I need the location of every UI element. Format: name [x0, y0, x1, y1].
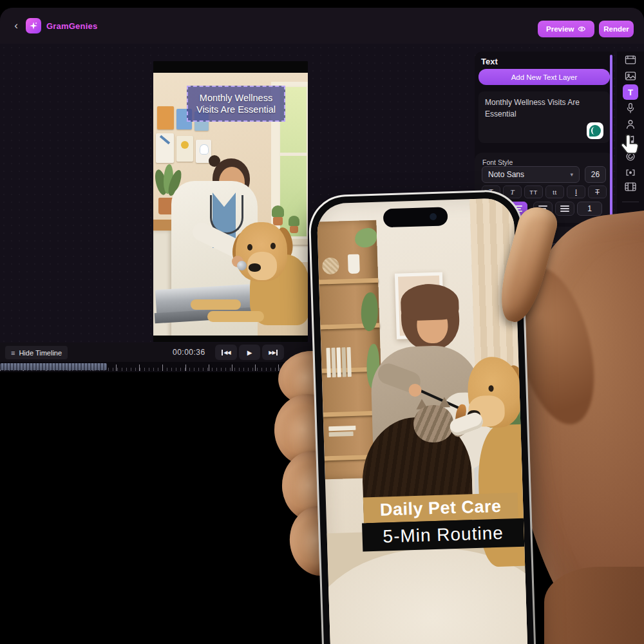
dynamic-island	[383, 207, 448, 227]
avatar-icon[interactable]	[624, 118, 637, 131]
eye-icon	[578, 24, 586, 33]
app-logo-icon	[26, 18, 41, 33]
windowsill-pot	[290, 226, 298, 233]
skip-back-icon: ◀◀	[222, 350, 230, 355]
microphone-icon[interactable]	[624, 102, 637, 115]
render-button[interactable]: Render	[599, 21, 634, 37]
wall-poster-syringe	[156, 133, 174, 163]
chevron-down-icon: ▾	[570, 171, 573, 178]
align-justify-button[interactable]	[555, 202, 574, 216]
timeline-clip[interactable]	[0, 363, 107, 370]
stage: ‹ GramGenies Preview Render	[0, 0, 644, 644]
wall-poster-badge	[176, 136, 193, 162]
app-title: GramGenies	[46, 21, 97, 31]
strikethrough-button[interactable]: T	[588, 185, 607, 198]
strip-divider	[622, 202, 639, 202]
writing-assistant-icon[interactable]	[587, 122, 603, 139]
transition-icon[interactable]	[624, 166, 637, 179]
top-bar: ‹ GramGenies Preview Render	[0, 8, 644, 44]
wall-poster-orange	[157, 106, 174, 129]
font-style-label: Font Style	[482, 158, 513, 166]
underline-button[interactable]: I	[567, 185, 585, 198]
phone-screen: Daily Pet Care 5-Min Routine	[316, 198, 529, 644]
font-family-select[interactable]: Noto Sans ▾	[482, 166, 580, 183]
image-icon[interactable]	[624, 70, 637, 82]
shelf-pot	[348, 254, 360, 274]
back-button[interactable]: ‹	[8, 18, 24, 33]
play-icon: ▶	[247, 349, 252, 356]
line-spacing-input[interactable]: 1	[577, 202, 602, 216]
skip-back-button[interactable]: ◀◀	[215, 345, 237, 360]
preview-button[interactable]: Preview	[538, 21, 594, 37]
add-text-layer-button[interactable]: Add New Text Layer	[478, 69, 610, 85]
font-family-value: Noto Sans	[488, 170, 524, 179]
lowercase-button[interactable]: tt	[545, 185, 564, 198]
hide-timeline-button[interactable]: ≡ Hide Timeline	[5, 346, 68, 359]
phone-bezel: Daily Pet Care 5-Min Routine	[310, 191, 535, 644]
timecode: 00:00:36	[173, 348, 214, 357]
text-tool-icon[interactable]: T	[623, 84, 638, 100]
basket	[322, 258, 339, 275]
panel-title: Text	[481, 57, 498, 66]
windowsill-pot	[273, 217, 283, 225]
uppercase-button[interactable]: TT	[524, 185, 543, 198]
canvas-overlay-text: Monthly Wellness Visits Are Essential	[195, 92, 278, 115]
font-size-input[interactable]: 26	[585, 166, 606, 183]
phone-banner-subtitle: 5-Min Routine	[362, 518, 524, 552]
play-button[interactable]: ▶	[239, 345, 260, 360]
hand-pointer-cursor	[618, 133, 643, 157]
stethoscope-disc	[237, 261, 247, 270]
media-icon[interactable]	[624, 53, 637, 66]
film-icon[interactable]	[624, 180, 637, 193]
video-canvas[interactable]: Monthly Wellness Visits Are Essential	[153, 61, 308, 342]
camera-dot	[430, 213, 437, 220]
skip-forward-icon: ▶▶	[269, 350, 277, 355]
selected-text-layer[interactable]: Monthly Wellness Visits Are Essential	[187, 86, 285, 122]
list-icon: ≡	[11, 349, 15, 357]
skip-forward-button[interactable]: ▶▶	[262, 345, 284, 360]
hand-wrist	[544, 567, 644, 644]
phone: Daily Pet Care 5-Min Routine	[308, 189, 537, 644]
